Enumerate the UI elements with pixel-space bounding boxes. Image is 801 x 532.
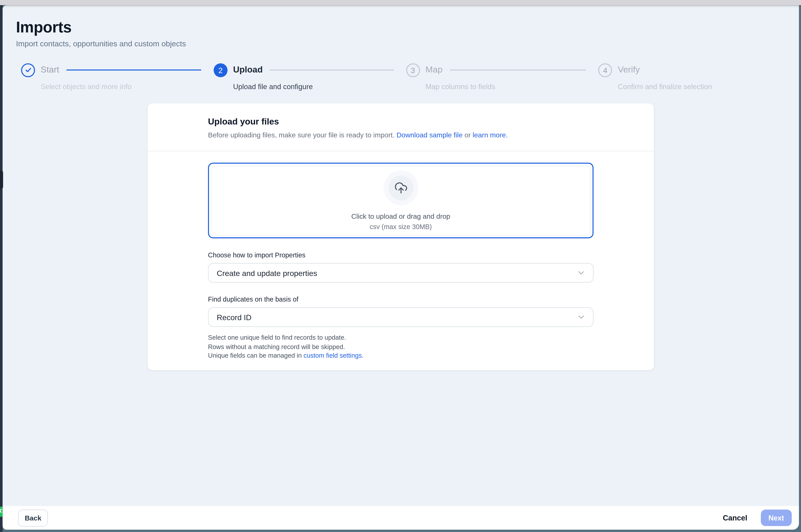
window-top-strip (0, 0, 801, 5)
stepper-step-upload[interactable]: 2 Upload Upload file and configure (208, 63, 401, 91)
import-mode-select[interactable]: Create and update properties (208, 263, 594, 283)
step-number-badge: 3 (406, 63, 420, 77)
help-line-1: Select one unique field to find records … (208, 334, 594, 343)
help-line-3-text: Unique fields can be managed in (208, 352, 302, 359)
step-label: Map (425, 65, 442, 75)
step-connector (66, 70, 201, 71)
learn-more-link[interactable]: learn more. (473, 131, 508, 139)
step-label: Verify (618, 65, 640, 75)
help-line-2: Rows without a matching record will be s… (208, 343, 594, 352)
page-subtitle: Import contacts, opportunities and custo… (16, 39, 785, 49)
check-icon (24, 66, 32, 74)
import-mode-value: Create and update properties (217, 268, 577, 277)
upload-icon-circle (388, 175, 413, 200)
step-sublabel: Select objects and more info (41, 82, 208, 91)
chevron-down-icon (577, 268, 586, 277)
card-description-text: Before uploading files, make sure your f… (208, 131, 395, 139)
step-connector (270, 70, 394, 71)
stepper-step-start[interactable]: Start Select objects and more info (16, 63, 208, 91)
imports-window: Imports Import contacts, opportunities a… (2, 5, 799, 530)
duplicates-help-text: Select one unique field to find records … (208, 334, 594, 361)
background-edge-tab (0, 170, 3, 189)
upload-card-body: Click to upload or drag and drop csv (ma… (148, 151, 654, 370)
step-number-badge: 4 (598, 63, 612, 77)
wizard-footer: Back Cancel Next (2, 506, 799, 530)
cloud-upload-icon (394, 181, 407, 194)
stepper-step-verify[interactable]: 4 Verify Confirm and finalize selection (593, 63, 785, 91)
card-description-or: or (464, 131, 471, 139)
import-mode-label: Choose how to import Properties (208, 251, 594, 259)
dropzone-primary-text: Click to upload or drag and drop (351, 213, 450, 221)
dropzone-secondary-text: csv (max size 30MB) (369, 223, 432, 231)
help-line-3: Unique fields can be managed in custom f… (208, 352, 594, 361)
chevron-down-icon (577, 312, 586, 322)
custom-field-settings-link[interactable]: custom field settings. (304, 352, 364, 359)
spreadsheet-icon: ✕ (0, 507, 2, 517)
screen: ✕ Imports Import contacts, opportunities… (0, 0, 801, 532)
file-dropzone[interactable]: Click to upload or drag and drop csv (ma… (208, 163, 594, 238)
step-sublabel: Map columns to fields (425, 82, 593, 91)
step-label: Start (41, 65, 59, 75)
upload-card: Upload your files Before uploading files… (147, 103, 654, 370)
duplicates-label: Find duplicates on the basis of (208, 296, 594, 303)
download-sample-file-link[interactable]: Download sample file (396, 131, 462, 139)
background-app-edge (0, 5, 2, 532)
step-complete-badge (21, 63, 35, 77)
card-title: Upload your files (208, 116, 594, 128)
step-sublabel: Confirm and finalize selection (618, 82, 785, 91)
step-connector (450, 70, 586, 71)
page-title: Imports (16, 19, 785, 36)
back-button[interactable]: Back (18, 509, 48, 526)
card-description: Before uploading files, make sure your f… (208, 131, 594, 140)
next-button[interactable]: Next (761, 510, 792, 526)
upload-icon-halo (383, 170, 418, 205)
step-sublabel: Upload file and configure (233, 82, 401, 91)
main-content: Imports Import contacts, opportunities a… (2, 5, 799, 506)
stepper: Start Select objects and more info 2 Upl… (16, 63, 785, 91)
duplicates-select[interactable]: Record ID (208, 307, 594, 327)
upload-card-header: Upload your files Before uploading files… (148, 103, 654, 151)
duplicates-value: Record ID (217, 313, 577, 322)
step-number-badge: 2 (213, 63, 227, 77)
step-label: Upload (233, 65, 263, 75)
stepper-step-map[interactable]: 3 Map Map columns to fields (401, 63, 593, 91)
cancel-button[interactable]: Cancel (723, 514, 747, 522)
